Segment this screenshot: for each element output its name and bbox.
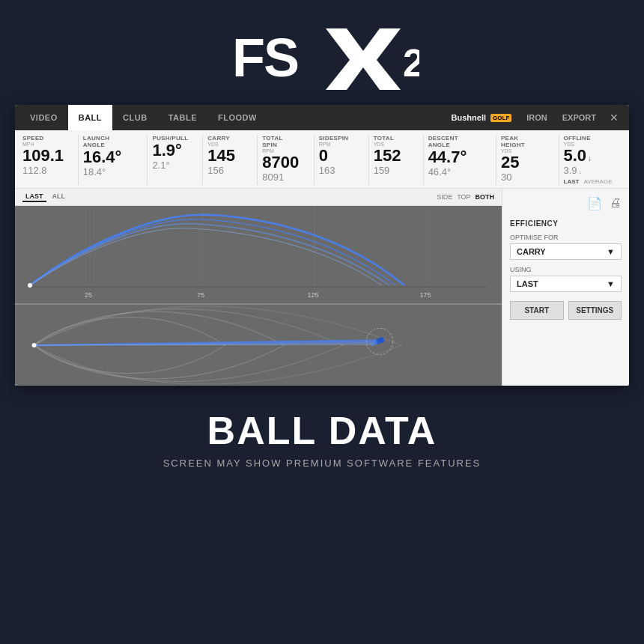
carry-secondary: 156 [207,165,242,177]
side-chart: 25 75 125 175 [15,206,502,303]
tab-video[interactable]: VIDEO [19,105,68,130]
using-dropdown[interactable]: LAST ▼ [510,276,622,292]
launch-label: LAUNCH ANGLE [83,135,133,148]
divider-5 [314,135,315,185]
totalspin-main: 8700 [262,154,298,171]
svg-text:75: 75 [197,291,204,299]
top-chart-svg [15,305,502,386]
peak-secondary: 30 [501,171,544,183]
offline-suffix: ↓ [588,154,592,162]
bushnell-brand: Bushnell GOLF [452,113,512,122]
total-main: 152 [374,147,408,165]
divider-9 [559,135,559,185]
sidebar-buttons: START SETTINGS [510,301,622,320]
efficiency-title: EFFICIENCY [510,219,622,228]
bushnell-name: Bushnell [452,113,486,122]
divider-2 [147,135,148,185]
iron-button[interactable]: IRON [519,113,555,122]
chart-row-tabs: LAST ALL [22,192,68,202]
offline-label: OFFLINE [564,135,611,142]
peak-label: PEAK HEIGHT [501,135,544,148]
fsx-logo: FS 2020 [225,22,419,90]
pushpull-main: 1.9° [152,142,187,160]
divider-7 [423,135,424,185]
offline-secondary: 3.9 [564,165,577,177]
tab-floodw[interactable]: FLOODW [207,105,267,130]
chart-area: LAST ALL SIDE TOP BOTH [15,189,502,386]
start-button[interactable]: START [510,301,564,320]
descent-main: 44.7° [428,148,481,166]
export-button[interactable]: EXPORT [555,113,604,122]
sidespin-secondary: 163 [319,165,353,177]
optimise-value: CARRY [517,247,546,256]
stat-launch-angle: LAUNCH ANGLE 16.4° 18.4° [83,135,143,178]
sidespin-main: 0 [319,147,353,165]
offline-main: 5.0 [564,147,587,165]
view-both[interactable]: BOTH [476,193,495,201]
stat-descent: DESCENT ANGLE 44.7° 46.4° [428,135,491,178]
optimise-label: OPTIMISE FOR [510,234,622,241]
divider-6 [368,135,369,185]
using-value: LAST [517,279,538,288]
tab-club[interactable]: CLUB [112,105,158,130]
view-top[interactable]: TOP [457,193,470,201]
stat-total-spin: TOTAL SPIN RPM 8700 8091 [262,135,309,183]
svg-point-21 [371,342,374,346]
view-side[interactable]: SIDE [437,193,452,201]
svg-text:FS: FS [232,28,298,88]
using-label: USING [510,266,622,273]
average-label: AVERAGE [583,178,612,185]
divider-4 [257,135,258,185]
chart-view-tabs: SIDE TOP BOTH [437,193,494,201]
stat-sidespin: SIDESPIN RPM 0 163 [319,135,364,177]
stat-carry: CARRY YDS 145 156 [207,135,252,177]
total-secondary: 159 [374,165,408,177]
svg-text:125: 125 [307,291,318,299]
pushpull-secondary: 2.1° [152,160,187,171]
top-chart [15,303,502,386]
side-chart-svg: 25 75 125 175 [15,206,502,303]
optimise-dropdown[interactable]: CARRY ▼ [510,243,622,260]
stat-push-pull: PUSH/PULL 1.9° 2.1° [152,135,198,171]
launch-main: 16.4° [83,148,133,166]
svg-text:2020: 2020 [403,41,419,85]
total-label: TOTAL [374,135,408,142]
chart-header: LAST ALL SIDE TOP BOTH [15,189,502,206]
svg-marker-1 [326,28,401,90]
carry-label: CARRY [207,135,242,142]
stat-offline: OFFLINE YDS 5.0 ↓ 3.9 ↓ LAST AVERAGE [564,135,622,185]
offline-extra: ↓ [579,168,583,175]
close-button[interactable]: ✕ [604,112,625,124]
ball-data-title: BALL DATA [207,408,437,453]
chevron-down-icon: ▼ [607,247,615,256]
main-content: LAST ALL SIDE TOP BOTH [15,189,629,386]
print-icon[interactable]: 🖨 [610,196,622,210]
ui-panel: VIDEO BALL CLUB TABLE FLOODW Bushnell GO… [15,105,629,386]
ball-data-subtitle: SCREEN MAY SHOW PREMIUM SOFTWARE FEATURE… [163,458,482,469]
tab-all[interactable]: ALL [49,192,69,202]
using-section: USING LAST ▼ [510,266,622,292]
peak-main: 25 [501,154,544,171]
svg-point-22 [32,343,37,347]
descent-label: DESCENT ANGLE [428,135,481,148]
sidebar-icons: 📄 🖨 [510,196,622,210]
tab-last[interactable]: LAST [22,192,46,202]
stats-row: SPEED MPH 109.1 112.8 LAUNCH ANGLE 16.4°… [15,130,629,189]
svg-text:25: 25 [85,291,92,299]
tab-ball[interactable]: BALL [68,105,112,130]
efficiency-section: EFFICIENCY [510,219,622,228]
optimise-section: OPTIMISE FOR CARRY ▼ [510,234,622,260]
settings-button[interactable]: SETTINGS [568,301,622,320]
stat-speed: SPEED MPH 109.1 112.8 [22,135,73,177]
tab-table[interactable]: TABLE [158,105,207,130]
descent-secondary: 46.4° [428,166,481,178]
stat-peak-height: PEAK HEIGHT YDS 25 30 [501,135,554,183]
document-icon[interactable]: 📄 [587,196,602,210]
right-sidebar: 📄 🖨 EFFICIENCY OPTIMISE FOR CARRY ▼ USIN… [502,189,629,386]
bushnell-badge: GOLF [490,114,511,122]
carry-main: 145 [207,147,242,165]
sidespin-label: SIDESPIN [319,135,353,142]
svg-point-8 [28,283,32,288]
stat-total: TOTAL YDS 152 159 [374,135,419,177]
launch-secondary: 18.4° [83,166,133,178]
